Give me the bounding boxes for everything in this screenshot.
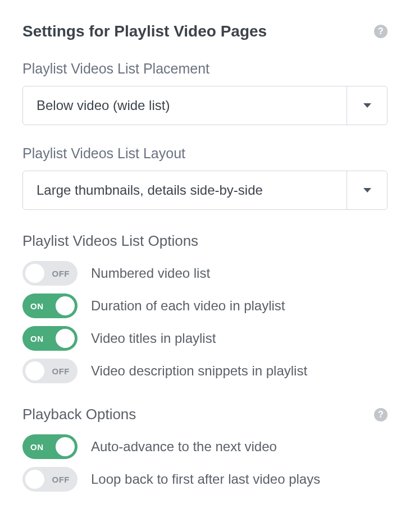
help-icon[interactable]: ? xyxy=(374,408,388,421)
caret-down-icon xyxy=(363,103,371,108)
toggle-knob xyxy=(56,296,75,315)
toggle-text: Duration of each video in playlist xyxy=(91,298,285,314)
help-icon[interactable]: ? xyxy=(374,25,388,38)
toggle-text: Numbered video list xyxy=(91,265,210,281)
toggle-numbered-list[interactable]: OFF xyxy=(22,261,78,286)
toggle-descriptions[interactable]: OFF xyxy=(22,359,78,383)
placement-select-arrow[interactable] xyxy=(347,86,387,125)
layout-label: Playlist Videos List Layout xyxy=(22,145,388,162)
toggle-knob xyxy=(56,437,75,456)
toggle-row-duration: ON Duration of each video in playlist xyxy=(22,293,388,318)
toggle-knob xyxy=(56,329,75,348)
toggle-titles[interactable]: ON xyxy=(22,326,78,351)
toggle-text: Video titles in playlist xyxy=(91,331,216,346)
layout-select-arrow[interactable] xyxy=(347,171,387,209)
playback-options-group: ON Auto-advance to the next video OFF Lo… xyxy=(22,434,388,492)
placement-select-value: Below video (wide list) xyxy=(23,86,347,125)
toggle-state-label: OFF xyxy=(52,366,70,376)
placement-label: Playlist Videos List Placement xyxy=(22,61,388,77)
toggle-state-label: OFF xyxy=(52,269,70,278)
toggle-state-label: OFF xyxy=(52,475,70,484)
placement-select[interactable]: Below video (wide list) xyxy=(22,86,388,125)
list-options-group: OFF Numbered video list ON Duration of e… xyxy=(22,261,388,383)
toggle-row-autoadvance: ON Auto-advance to the next video xyxy=(22,434,388,459)
toggle-duration[interactable]: ON xyxy=(22,293,78,318)
settings-title: Settings for Playlist Video Pages xyxy=(22,22,267,40)
toggle-knob xyxy=(25,470,44,489)
toggle-autoadvance[interactable]: ON xyxy=(22,434,78,459)
settings-section-header: Settings for Playlist Video Pages ? xyxy=(22,22,388,40)
toggle-text: Loop back to first after last video play… xyxy=(91,471,320,487)
toggle-text: Auto-advance to the next video xyxy=(91,439,277,455)
toggle-row-descriptions: OFF Video description snippets in playli… xyxy=(22,359,388,383)
toggle-state-label: ON xyxy=(30,334,44,343)
toggle-row-numbered: OFF Numbered video list xyxy=(22,261,388,286)
toggle-state-label: ON xyxy=(30,301,44,311)
toggle-state-label: ON xyxy=(30,442,44,452)
toggle-row-titles: ON Video titles in playlist xyxy=(22,326,388,351)
layout-select[interactable]: Large thumbnails, details side-by-side xyxy=(22,171,388,210)
toggle-knob xyxy=(25,361,44,380)
toggle-text: Video description snippets in playlist xyxy=(91,363,307,379)
layout-select-value: Large thumbnails, details side-by-side xyxy=(23,171,347,209)
toggle-row-loop: OFF Loop back to first after last video … xyxy=(22,467,388,492)
list-options-header: Playlist Videos List Options xyxy=(22,232,388,250)
toggle-loop[interactable]: OFF xyxy=(22,467,78,492)
playback-options-header: Playback Options ? xyxy=(22,406,388,423)
playback-options-title: Playback Options xyxy=(22,406,136,423)
list-options-title: Playlist Videos List Options xyxy=(22,232,198,250)
toggle-knob xyxy=(25,264,44,283)
caret-down-icon xyxy=(363,188,371,192)
